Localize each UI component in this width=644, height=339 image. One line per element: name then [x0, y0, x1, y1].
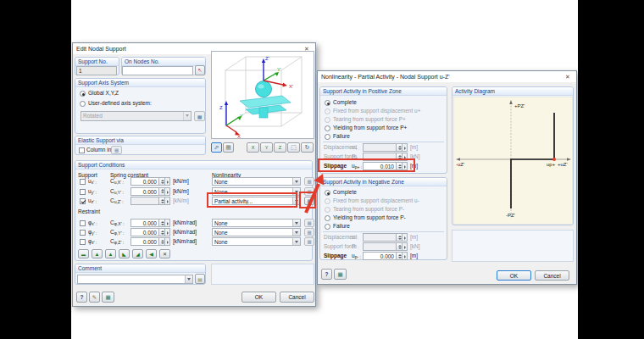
spin-arrows[interactable]: [159, 237, 165, 246]
detail-button[interactable]: [402, 153, 408, 161]
phiy-checkbox[interactable]: [80, 230, 86, 236]
help-button[interactable]: ?: [76, 292, 87, 303]
spin-arrows[interactable]: [397, 242, 402, 251]
pos-displacement-spinner[interactable]: [363, 143, 408, 152]
detail-button[interactable]: [402, 233, 408, 242]
cux-spinner[interactable]: 0.000: [130, 177, 170, 186]
uz-nonlinearity-edit-button[interactable]: ▦: [304, 197, 314, 205]
pos-force-spinner[interactable]: [363, 153, 408, 161]
pick-nodes-button[interactable]: ↖: [195, 65, 205, 75]
edit-settings-button[interactable]: ✎: [89, 292, 100, 303]
detail-button[interactable]: [402, 242, 408, 251]
spin-arrows[interactable]: [159, 219, 165, 227]
radio-pos-fixed[interactable]: [325, 108, 330, 114]
cphiy-spinner[interactable]: 0.000: [130, 228, 170, 236]
view-y-button[interactable]: Y: [260, 142, 273, 153]
dialog-titlebar[interactable]: Nonlinearity - Partial Activity - Nodal …: [318, 71, 576, 82]
view-x-button[interactable]: X: [247, 142, 259, 153]
phiz-checkbox[interactable]: [80, 239, 86, 245]
comment-presets-button[interactable]: ▤: [195, 274, 205, 284]
ok-button[interactable]: OK: [242, 292, 276, 303]
uy-checkbox[interactable]: [80, 189, 86, 195]
uy-nonlinearity-combo[interactable]: None: [212, 187, 301, 196]
detail-button[interactable]: [165, 197, 170, 205]
radio-neg-failure[interactable]: [325, 224, 330, 230]
edit-column-button[interactable]: ▦: [111, 146, 122, 154]
detail-button[interactable]: [165, 228, 170, 236]
radio-pos-yielding[interactable]: [325, 125, 330, 131]
cone-support-button[interactable]: ◀: [146, 249, 157, 258]
roller-support-icon-button[interactable]: ▬: [78, 249, 89, 258]
spin-arrows[interactable]: [397, 233, 402, 242]
fixed-support-button[interactable]: ▲: [105, 249, 116, 258]
support-no-field[interactable]: 1: [76, 66, 117, 75]
on-nodes-field[interactable]: [122, 66, 193, 75]
view-plane-button[interactable]: ▦: [223, 142, 234, 153]
detail-button[interactable]: [165, 219, 170, 227]
cancel-button[interactable]: Cancel: [535, 270, 569, 281]
free-support-button[interactable]: ✕: [159, 249, 170, 258]
phiy-nonlinearity-combo[interactable]: None: [212, 228, 301, 236]
radio-pos-failure[interactable]: [325, 134, 330, 140]
ok-button[interactable]: OK: [497, 270, 531, 281]
radio-pos-tearing[interactable]: [325, 117, 330, 123]
units-button[interactable]: ▦: [102, 292, 114, 303]
spin-arrows[interactable]: [397, 162, 402, 170]
spin-arrows[interactable]: [397, 143, 402, 152]
phix-nonlinearity-edit-button[interactable]: ▦: [304, 219, 314, 227]
support-3d-preview[interactable]: Z' Y' X' Z Y X: [211, 51, 314, 139]
spin-arrows[interactable]: [159, 187, 165, 196]
cphix-spinner[interactable]: 0.000: [130, 219, 170, 227]
radio-neg-fixed[interactable]: [325, 198, 330, 204]
ux-nonlinearity-edit-button[interactable]: ▦: [304, 177, 314, 186]
cphiz-spinner[interactable]: 0.000: [130, 237, 170, 246]
phix-nonlinearity-combo[interactable]: None: [212, 219, 301, 227]
uz-checkbox[interactable]: [80, 198, 86, 204]
detail-button[interactable]: [165, 177, 170, 186]
neg-force-spinner[interactable]: [363, 242, 408, 251]
radio-global-xyz[interactable]: [80, 91, 86, 97]
view-3d-button[interactable]: ⬚: [287, 142, 300, 153]
view-z-button[interactable]: Z: [274, 142, 286, 153]
spin-arrows[interactable]: [159, 228, 165, 236]
spin-arrows[interactable]: [159, 197, 165, 205]
detail-button[interactable]: [165, 187, 170, 196]
uz-nonlinearity-combo[interactable]: Partial activity...: [212, 197, 301, 205]
edit-axis-system-button[interactable]: ▦: [194, 111, 205, 121]
spin-arrows[interactable]: [397, 252, 402, 260]
view-rotate-button[interactable]: ↻: [301, 142, 314, 153]
column-in-z-checkbox[interactable]: [79, 147, 85, 153]
spin-arrows[interactable]: [397, 153, 402, 161]
radio-neg-tearing[interactable]: [325, 207, 330, 213]
phiz-nonlinearity-combo[interactable]: None: [212, 237, 301, 246]
neg-displacement-spinner[interactable]: [363, 233, 408, 242]
cuy-spinner[interactable]: 0.000: [130, 187, 170, 196]
view-isometric-button[interactable]: ⬀: [211, 142, 222, 153]
phix-checkbox[interactable]: [80, 220, 86, 226]
sliding-x-support-button[interactable]: ◣: [119, 249, 130, 258]
detail-button[interactable]: [402, 252, 408, 260]
radio-pos-complete[interactable]: [325, 100, 330, 106]
radio-user-defined[interactable]: [80, 101, 86, 107]
ux-checkbox[interactable]: [80, 179, 86, 185]
rotated-combo[interactable]: Rotated: [80, 111, 192, 121]
radio-neg-yielding[interactable]: [325, 215, 330, 221]
pos-slippage-spinner[interactable]: 0.010: [363, 162, 408, 170]
help-button[interactable]: ?: [321, 269, 332, 280]
ux-nonlinearity-combo[interactable]: None: [212, 177, 301, 186]
hinged-support-button[interactable]: ▲: [92, 249, 103, 258]
phiy-nonlinearity-edit-button[interactable]: ▦: [304, 228, 314, 236]
close-icon[interactable]: ✕: [563, 74, 573, 81]
phiz-nonlinearity-edit-button[interactable]: ▦: [304, 237, 314, 246]
neg-slippage-spinner[interactable]: 0.000: [363, 252, 408, 260]
cancel-button[interactable]: Cancel: [280, 292, 314, 303]
spin-arrows[interactable]: [159, 177, 165, 186]
detail-button[interactable]: [402, 143, 408, 152]
sliding-y-support-button[interactable]: ◢: [132, 249, 143, 258]
uy-nonlinearity-edit-button[interactable]: ▦: [304, 187, 314, 196]
radio-neg-complete[interactable]: [325, 190, 330, 196]
comment-combo[interactable]: [77, 275, 193, 284]
detail-button[interactable]: [165, 237, 170, 246]
units-button[interactable]: ▦: [334, 269, 347, 280]
cuz-spinner[interactable]: [130, 197, 170, 205]
